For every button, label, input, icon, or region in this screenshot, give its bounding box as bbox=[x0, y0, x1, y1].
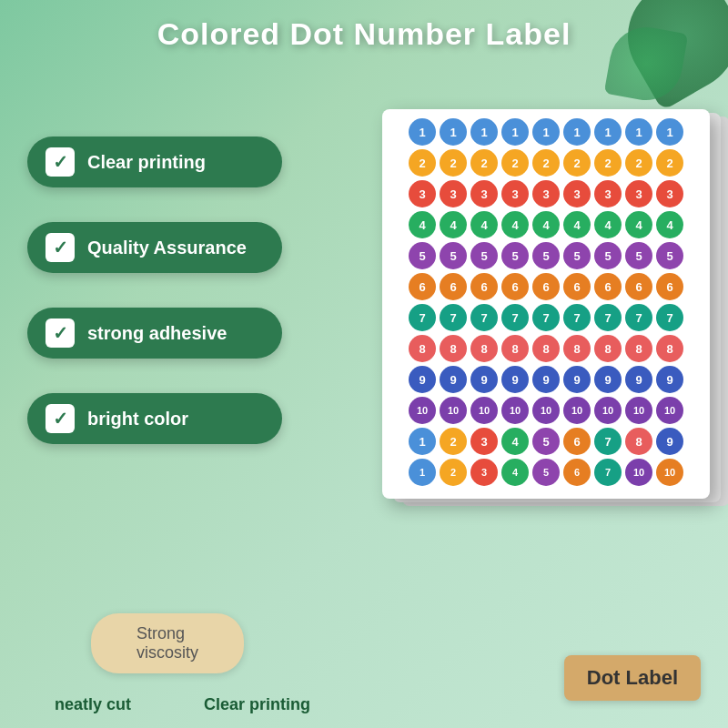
mixed-dot-2-8: 10 bbox=[656, 459, 683, 486]
dot-4-3: 5 bbox=[501, 242, 529, 269]
dot-4-4: 5 bbox=[532, 242, 560, 269]
dot-5-5: 6 bbox=[563, 273, 591, 300]
dot-9-6: 10 bbox=[594, 397, 622, 424]
dot-3-7: 4 bbox=[625, 211, 652, 238]
dot-1-4: 2 bbox=[532, 149, 560, 177]
dot-1-7: 2 bbox=[625, 149, 652, 177]
dot-8-7: 9 bbox=[625, 366, 652, 393]
dot-5-1: 6 bbox=[440, 273, 467, 300]
mixed-dot-2-1: 2 bbox=[440, 459, 467, 486]
mixed-dot-2-4: 5 bbox=[532, 459, 560, 486]
features-panel: Clear printing Quality Assurance strong … bbox=[27, 136, 282, 479]
dot-5-7: 6 bbox=[625, 273, 652, 300]
dot-8-8: 9 bbox=[656, 366, 683, 393]
feature-badge-1: Quality Assurance bbox=[27, 222, 282, 273]
dot-2-6: 3 bbox=[594, 180, 622, 207]
dot-2-2: 3 bbox=[470, 180, 498, 207]
dot-6-5: 7 bbox=[563, 304, 591, 331]
dot-8-0: 9 bbox=[409, 366, 436, 393]
dot-5-2: 6 bbox=[470, 273, 498, 300]
mixed-dot-2-3: 4 bbox=[501, 459, 529, 486]
mixed-dot-1-1: 2 bbox=[440, 428, 467, 455]
dot-7-5: 8 bbox=[563, 335, 591, 362]
dot-9-0: 10 bbox=[409, 397, 436, 424]
mixed-dot-2-7: 10 bbox=[625, 459, 652, 486]
dot-3-3: 4 bbox=[501, 211, 529, 238]
mixed-dot-1-3: 4 bbox=[501, 428, 529, 455]
dot-4-1: 5 bbox=[440, 242, 467, 269]
mixed-row-1: 123456789 bbox=[391, 428, 701, 455]
dot-4-5: 5 bbox=[563, 242, 591, 269]
dot-8-2: 9 bbox=[470, 366, 498, 393]
dot-3-1: 4 bbox=[440, 211, 467, 238]
dot-7-4: 8 bbox=[532, 335, 560, 362]
dot-1-3: 2 bbox=[501, 149, 529, 177]
dot-6-1: 7 bbox=[440, 304, 467, 331]
dot-2-5: 3 bbox=[563, 180, 591, 207]
dot-7-2: 8 bbox=[470, 335, 498, 362]
dot-5-3: 6 bbox=[501, 273, 529, 300]
viscosity-pill: Strong viscosity bbox=[91, 613, 244, 673]
dot-row-0: 111111111 bbox=[391, 118, 701, 146]
dot-6-2: 7 bbox=[470, 304, 498, 331]
mixed-dot-1-8: 9 bbox=[656, 428, 683, 455]
dot-9-5: 10 bbox=[563, 397, 591, 424]
feature-badge-2: strong adhesive bbox=[27, 308, 282, 359]
dot-3-4: 4 bbox=[532, 211, 560, 238]
dot-5-6: 6 bbox=[594, 273, 622, 300]
dot-3-2: 4 bbox=[470, 211, 498, 238]
page-title: Colored Dot Number Label bbox=[0, 16, 728, 52]
dot-0-0: 1 bbox=[409, 118, 436, 146]
feature-label-0: Clear printing bbox=[87, 152, 206, 173]
dot-1-5: 2 bbox=[563, 149, 591, 177]
dot-row-8: 999999999 bbox=[391, 366, 701, 393]
dot-2-4: 3 bbox=[532, 180, 560, 207]
check-icon-2 bbox=[46, 318, 75, 348]
dot-4-8: 5 bbox=[656, 242, 683, 269]
dot-8-1: 9 bbox=[440, 366, 467, 393]
dot-3-5: 4 bbox=[563, 211, 591, 238]
dot-1-6: 2 bbox=[594, 149, 622, 177]
dot-4-2: 5 bbox=[470, 242, 498, 269]
dot-1-2: 2 bbox=[470, 149, 498, 177]
dot-8-5: 9 bbox=[563, 366, 591, 393]
check-icon-0 bbox=[46, 147, 75, 177]
dot-0-1: 1 bbox=[440, 118, 467, 146]
dot-9-8: 10 bbox=[656, 397, 683, 424]
dot-2-7: 3 bbox=[625, 180, 652, 207]
dot-9-2: 10 bbox=[470, 397, 498, 424]
dot-0-8: 1 bbox=[656, 118, 683, 146]
dot-6-3: 7 bbox=[501, 304, 529, 331]
mixed-dot-1-2: 3 bbox=[470, 428, 498, 455]
check-icon-1 bbox=[46, 233, 75, 262]
mixed-dot-1-5: 6 bbox=[563, 428, 591, 455]
dot-6-8: 7 bbox=[656, 304, 683, 331]
dot-row-3: 444444444 bbox=[391, 211, 701, 238]
dot-row-7: 888888888 bbox=[391, 335, 701, 362]
dot-7-6: 8 bbox=[594, 335, 622, 362]
dot-6-6: 7 bbox=[594, 304, 622, 331]
dot-8-6: 9 bbox=[594, 366, 622, 393]
dot-0-5: 1 bbox=[563, 118, 591, 146]
feature-label-3: bright color bbox=[87, 409, 188, 430]
dot-5-0: 6 bbox=[409, 273, 436, 300]
dot-9-4: 10 bbox=[532, 397, 560, 424]
dot-2-0: 3 bbox=[409, 180, 436, 207]
dot-2-1: 3 bbox=[440, 180, 467, 207]
dot-4-7: 5 bbox=[625, 242, 652, 269]
dot-7-0: 8 bbox=[409, 335, 436, 362]
mixed-dot-1-4: 5 bbox=[532, 428, 560, 455]
check-icon-3 bbox=[46, 404, 75, 433]
feature-label-1: Quality Assurance bbox=[87, 238, 247, 258]
dot-7-3: 8 bbox=[501, 335, 529, 362]
dot-3-0: 4 bbox=[409, 211, 436, 238]
dot-4-6: 5 bbox=[594, 242, 622, 269]
dot-5-4: 6 bbox=[532, 273, 560, 300]
dot-3-6: 4 bbox=[594, 211, 622, 238]
dot-1-1: 2 bbox=[440, 149, 467, 177]
dot-3-8: 4 bbox=[656, 211, 683, 238]
dot-7-7: 8 bbox=[625, 335, 652, 362]
sticker-panel: 1111111112222222223333333334444444445555… bbox=[382, 109, 710, 499]
feature-badge-0: Clear printing bbox=[27, 136, 282, 187]
dot-8-4: 9 bbox=[532, 366, 560, 393]
